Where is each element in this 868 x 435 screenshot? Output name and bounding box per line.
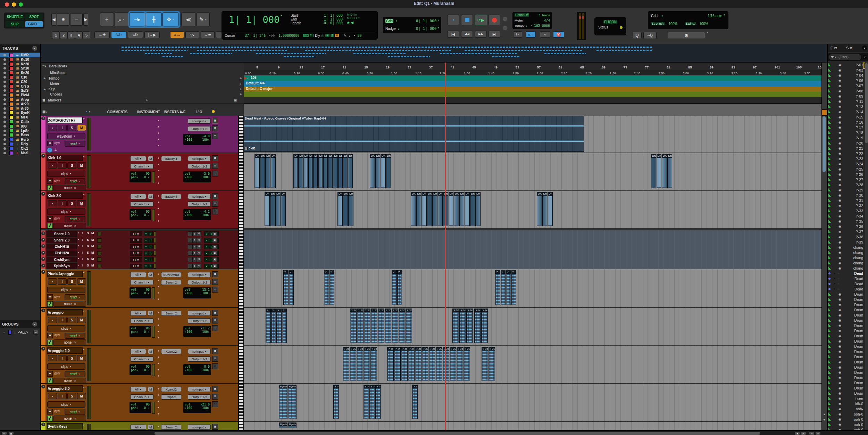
insert-button-Battery 4[interactable]: Battery 4 [161, 194, 181, 199]
slip-mode-button[interactable]: SLIP [5, 21, 24, 27]
dyn-label[interactable]: dyn [54, 179, 64, 182]
mute-button[interactable]: M [77, 200, 86, 206]
clips-list-item[interactable]: ◉Drum [828, 391, 865, 396]
track-view-selector[interactable]: clips▼ [47, 287, 85, 293]
pencil-tool-button[interactable]: ✎ [197, 13, 210, 26]
io-vol-row[interactable]: vol-21.0 [185, 403, 210, 406]
clips-list-item[interactable]: ◉?-16 [828, 120, 865, 125]
midi-clip[interactable]: Dru [375, 154, 381, 188]
solo-button[interactable]: S [67, 162, 76, 169]
midi-clip[interactable]: ?-20 [452, 309, 459, 343]
insert-slot-dot[interactable] [158, 280, 159, 281]
group-assign-button[interactable]: none⧉ [53, 223, 86, 229]
vel-badge[interactable]: v [144, 251, 148, 256]
io-pan-row[interactable]: ‹100100› [185, 292, 210, 295]
clips-list-item[interactable]: ◉Drum [828, 364, 865, 370]
link-track-edit-selection-button[interactable]: |→▶ [144, 31, 160, 38]
midi-clip[interactable]: Dru [343, 192, 348, 226]
grid-value-label[interactable]: Grid [385, 19, 393, 23]
insert-slot-dot[interactable] [158, 394, 159, 396]
path-badge[interactable]: ⚲ [197, 257, 201, 262]
record-arm-button[interactable]: ● [48, 278, 57, 285]
groups-menu-button[interactable]: ▼ [32, 321, 37, 327]
mute-button[interactable]: M [77, 162, 86, 169]
grid-value[interactable]: 0| 1| 000 [416, 19, 439, 23]
freeze-icon[interactable]: ▞ [47, 416, 53, 421]
group-assign-button[interactable]: none⧉ [53, 416, 86, 421]
midi-clip[interactable]: ?-20 [385, 309, 391, 343]
midi-output-selector[interactable]: Chain In▼ [130, 280, 153, 285]
clips-list-item[interactable]: ◉?-35 [828, 219, 865, 224]
clips-list-item[interactable]: ◉i see [828, 396, 865, 401]
fast-forward-button[interactable]: ▶▶ [475, 31, 487, 38]
io-pan-row[interactable]: ‹100100› [185, 138, 210, 141]
io-vol-row[interactable]: vol-3.6 [185, 172, 210, 175]
insert-slot-dot[interactable] [158, 220, 159, 222]
clips-list-item[interactable]: ◉chang [828, 260, 865, 265]
grid-settings-value[interactable]: 1/16 note [708, 14, 725, 18]
track-collapse-icon[interactable]: ▼ [41, 347, 45, 351]
input-monitor-button[interactable]: I [58, 317, 67, 323]
insert-button-Xpand!2[interactable]: Xpand!2 [161, 387, 181, 392]
midi-clip[interactable]: ? [266, 309, 271, 343]
insert-slot-dot[interactable] [158, 350, 159, 352]
insert-slot-dot[interactable] [158, 375, 159, 377]
vol-auto-badge[interactable]: v [204, 251, 209, 256]
midi-track-lane[interactable]: SynthSynth?-20?-20?-20?-20?-20 [244, 384, 821, 422]
midi-clip[interactable]: ? [392, 270, 397, 305]
midi-vol-row[interactable]: vol96 [131, 288, 150, 292]
clips-list-item[interactable]: ◉chang [828, 250, 865, 255]
count-off-value[interactable]: 2 bars [538, 13, 550, 17]
insert-slot-dot[interactable] [158, 407, 159, 408]
track-header-CrshSynt[interactable]: ▼CrshSynt●ISMIoMvpi1⚲vpp▣ [41, 256, 244, 263]
midi-clip[interactable]: ? [271, 309, 276, 343]
output-badge[interactable]: 1 [192, 238, 197, 243]
midi-clip[interactable]: ? [329, 270, 335, 305]
track-header-Kick 2.0[interactable]: ▼Kick 2.0▼●ISMclips▼✱dynread▼▞none⧉All▼M… [41, 191, 244, 229]
clips-list-item[interactable]: ◉Drum [828, 323, 865, 328]
track-show-dot[interactable] [3, 54, 6, 56]
collapsed-lane[interactable] [244, 250, 821, 257]
midi-input-selector[interactable]: All▼ [130, 272, 146, 277]
insert-button-Serum 2[interactable]: Serum 2 [161, 425, 181, 430]
insert-slot-dot[interactable] [158, 426, 159, 427]
clips-list-item[interactable]: ◉?-18 [828, 130, 865, 135]
track-list-item-Rvrb[interactable]: ШRvrb [0, 137, 40, 142]
track-name-menu-icon[interactable]: ▼ [83, 155, 85, 158]
midi-clip[interactable]: Dru [370, 154, 375, 188]
solo-button[interactable]: S [67, 200, 76, 206]
track-show-dot[interactable] [3, 134, 6, 136]
track-name-plate[interactable]: Arpeggio [47, 309, 83, 315]
arrange-vscrollbar[interactable]: ▲ ▼ [821, 63, 827, 430]
vel-badge[interactable]: v [144, 264, 148, 269]
track-name-plate[interactable]: DdMtRG(OVTR) [47, 117, 83, 123]
input-badge[interactable]: i [188, 264, 192, 269]
midi-clip[interactable]: ?-38 [387, 347, 394, 381]
midi-clip[interactable]: ?-20 [412, 385, 418, 419]
midi-input-selector[interactable]: All▼ [130, 311, 146, 316]
go-to-end-button[interactable]: ▶| [489, 31, 500, 38]
automation-mode-button[interactable]: read▼ [65, 333, 85, 339]
collapsed-lane[interactable] [244, 263, 821, 270]
mini-keyboard[interactable] [238, 116, 244, 430]
track-list-item-SynK[interactable]: ШSynK [0, 110, 40, 115]
elastic-audio-button[interactable]: ✱ [47, 178, 53, 184]
midi-clip[interactable]: Dru [537, 192, 542, 226]
track-list-item-CrsS[interactable]: ШCrsS [0, 84, 40, 89]
clips-list-item[interactable]: ◉?-29 [828, 187, 865, 192]
midi-mute-button[interactable]: M [148, 156, 153, 161]
insert-slot-dot[interactable] [158, 369, 159, 370]
mute-button[interactable]: M [77, 355, 86, 361]
elastic-audio-button[interactable]: ✱ [47, 141, 53, 146]
midi-clip[interactable]: Dru [270, 192, 275, 226]
clips-list-item[interactable]: ◉Drum [828, 385, 865, 391]
midi-vol-row[interactable]: vol96 [131, 210, 150, 213]
pan-badge[interactable]: p [148, 244, 153, 249]
solo-button[interactable]: S [87, 264, 89, 267]
output-badge[interactable]: 1 [192, 231, 197, 236]
strength-label[interactable]: Strength: [651, 22, 665, 25]
midi-clip[interactable]: ?-20 [394, 347, 401, 381]
clips-list-item[interactable]: ◉ooh-0 [828, 417, 865, 422]
io-vol-row[interactable]: vol-11.2 [185, 327, 210, 330]
input-selector[interactable]: no input▼ [188, 425, 211, 430]
